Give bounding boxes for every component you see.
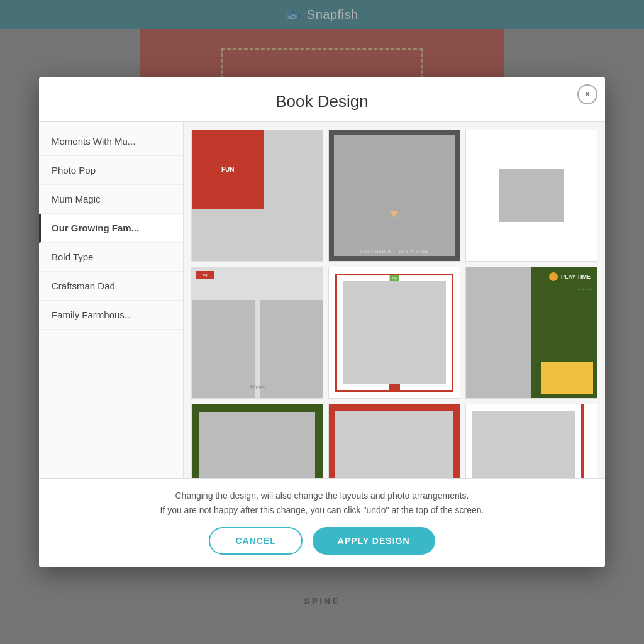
thumb8-inner (335, 411, 453, 478)
thumb5-top-tag: tag (390, 275, 399, 281)
modal-body: Moments With Mu... Photo Pop Mum Magic O… (39, 122, 605, 478)
modal-header: Book Design (39, 77, 605, 122)
thumb6-wavy: ~ ~ ~ ~ (578, 287, 592, 292)
design-thumb-5[interactable]: tag (328, 267, 460, 399)
modal-close-button[interactable]: × (577, 84, 597, 104)
design-thumb-3[interactable] (465, 130, 597, 262)
apply-design-button[interactable]: APPLY DESIGN (313, 527, 435, 555)
sidebar-item-bold-type[interactable]: Bold Type (39, 243, 183, 272)
sidebar-item-craftsman[interactable]: Craftsman Dad (39, 272, 183, 301)
sidebar-item-photo-pop[interactable]: Photo Pop (39, 156, 183, 185)
sidebar-item-family-farm[interactable]: Family Farmhous... (39, 301, 183, 330)
design-grid: FUN ♥ ANOTHER AT TIME A TIME (191, 130, 597, 478)
sidebar-item-mum-magic[interactable]: Mum Magic (39, 185, 183, 214)
thumb4-gray-left (192, 300, 255, 398)
thumb2-caption: ANOTHER AT TIME A TIME (329, 249, 460, 253)
thumb6-gray-left (466, 267, 531, 398)
sidebar-item-our-growing[interactable]: Our Growing Fam... (39, 214, 183, 243)
design-sidebar: Moments With Mu... Photo Pop Mum Magic O… (39, 122, 184, 478)
design-thumb-8[interactable] (328, 404, 460, 478)
design-thumb-6[interactable]: PLAY TIME ~ ~ ~ ~ (465, 267, 597, 399)
thumb1-label: FUN (221, 166, 235, 173)
thumb7-inner (199, 412, 315, 478)
thumb1-gray-bottom (192, 209, 323, 261)
cancel-button[interactable]: CANCEL (209, 527, 302, 555)
design-thumb-1[interactable]: FUN (191, 130, 323, 262)
thumb6-yellow (541, 362, 593, 394)
modal-note: Changing the design, will also change th… (52, 489, 592, 517)
thumb4-text: fairies (250, 384, 265, 391)
thumb4-tag: tag (196, 271, 214, 279)
thumb9-stripe (581, 404, 584, 478)
thumb2-gray (334, 135, 455, 256)
design-thumb-4[interactable]: tag fairies (191, 267, 323, 399)
modal-dialog: × Book Design Moments With Mu... Photo P… (39, 77, 605, 567)
sidebar-item-moments[interactable]: Moments With Mu... (39, 127, 183, 156)
thumb5-bottom-tag (389, 384, 400, 391)
design-thumb-7[interactable] (191, 404, 323, 478)
design-grid-area: FUN ♥ ANOTHER AT TIME A TIME (184, 122, 605, 478)
thumb1-red-block: FUN (192, 130, 264, 209)
thumb1-gray-right (264, 130, 323, 209)
modal-actions: CANCEL APPLY DESIGN (52, 527, 592, 555)
modal-footer: Changing the design, will also change th… (39, 478, 605, 567)
design-thumb-9[interactable] (465, 404, 597, 478)
thumb6-playtime: PLAY TIME (561, 274, 591, 281)
modal-overlay: × Book Design Moments With Mu... Photo P… (0, 0, 644, 644)
thumb6-ball (549, 272, 558, 281)
thumb3-gray (499, 169, 564, 221)
thumb5-inner (343, 281, 446, 384)
thumb9-gray (472, 411, 575, 478)
thumb4-gray-right (260, 300, 323, 398)
thumb2-heart: ♥ (390, 206, 398, 222)
modal-title: Book Design (275, 92, 368, 111)
design-thumb-2[interactable]: ♥ ANOTHER AT TIME A TIME (328, 130, 460, 262)
